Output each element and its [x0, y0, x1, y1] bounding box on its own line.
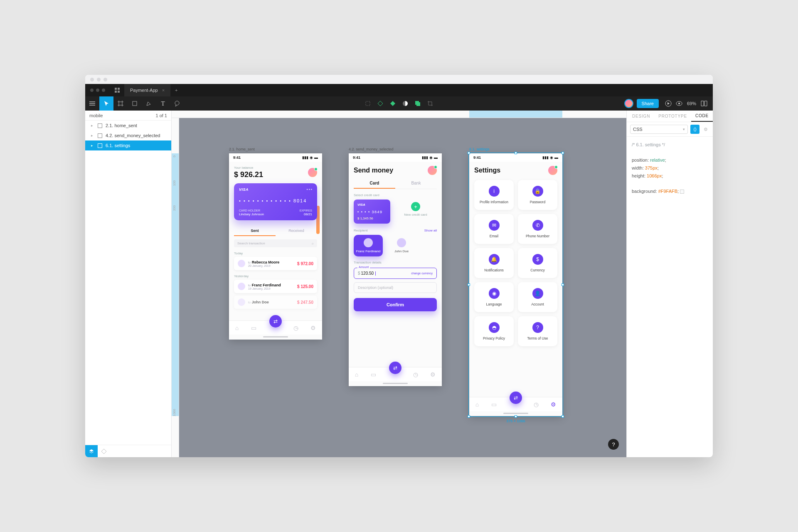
layer-row-selected[interactable]: ▸ 6.1. settings: [85, 140, 171, 150]
share-button[interactable]: Share: [637, 99, 659, 108]
help-button[interactable]: ?: [608, 439, 619, 450]
settings-icon[interactable]: ⚙: [702, 127, 709, 132]
layer-row[interactable]: ▸ 2.1. home_sent: [85, 121, 171, 131]
phone-status-bar: 9:41 ▮▮▮◉▬: [469, 153, 562, 162]
fab-icon[interactable]: ⇄: [510, 392, 522, 404]
nav-settings-icon[interactable]: ⚙: [430, 371, 436, 378]
confirm-button[interactable]: Confirm: [354, 298, 437, 311]
zoom-level[interactable]: 69%: [687, 101, 696, 106]
nav-wallet-icon[interactable]: ▭: [491, 401, 497, 408]
change-currency-link[interactable]: change currency: [411, 272, 433, 275]
traffic-light-close[interactable]: [90, 78, 94, 81]
artboard-label: 4.2. send_money_selected: [349, 147, 394, 151]
close-tab-icon[interactable]: ×: [162, 88, 165, 93]
recipient[interactable]: John Doe: [387, 235, 416, 256]
nav-history-icon[interactable]: ◷: [293, 325, 298, 331]
tab-card[interactable]: Card: [354, 178, 395, 189]
pen-tool-icon[interactable]: [142, 96, 156, 111]
settings-tile-language[interactable]: ◉Language: [474, 282, 514, 312]
tab-prototype[interactable]: PROTOTYPE: [654, 114, 691, 118]
new-card-button[interactable]: + New credit card: [394, 200, 437, 217]
nav-home-icon[interactable]: ⌂: [475, 401, 479, 408]
assets-tab-icon[interactable]: [98, 449, 110, 454]
mini-credit-card[interactable]: VISA • • • • 3849 $ 1,345.56: [354, 200, 390, 224]
document-tab[interactable]: Payment-App ×: [124, 84, 170, 96]
transaction-row[interactable]: toRebecca Moore20 January, 2019 $ 972.00: [234, 257, 317, 270]
text-tool-icon[interactable]: T: [156, 96, 170, 111]
user-avatar[interactable]: [624, 99, 633, 108]
canvas-area[interactable]: 0 100 200 1066 2.1. home_sent 9:41 ▮▮▮◉▬: [172, 111, 626, 457]
recipient-selected[interactable]: Franz Ferdinand: [354, 235, 383, 256]
settings-tile-password[interactable]: 🔒Password: [518, 180, 557, 210]
comment-tool-icon[interactable]: [170, 96, 184, 111]
component-instance-icon[interactable]: [387, 96, 399, 111]
layers-tab-icon[interactable]: [85, 445, 98, 458]
move-tool-icon[interactable]: [99, 96, 113, 111]
tabbar-traffic-dots: [85, 84, 110, 96]
settings-tile-terms[interactable]: ?Terms of Use: [518, 316, 557, 346]
code-prop: background: [632, 189, 656, 194]
settings-tile-notifications[interactable]: 🔔Notifications: [474, 248, 514, 278]
artboard-home[interactable]: 2.1. home_sent 9:41 ▮▮▮◉▬ Your balance: [229, 153, 322, 340]
settings-tile-phone[interactable]: ✆Phone Number: [518, 214, 557, 244]
settings-tile-privacy[interactable]: ◓Privacy Policy: [474, 316, 514, 346]
nav-wallet-icon[interactable]: ▭: [371, 371, 376, 378]
code-lang-select[interactable]: CSS▾: [630, 125, 688, 134]
nav-home-icon[interactable]: ⌂: [235, 325, 239, 331]
tab-design[interactable]: DESIGN: [628, 114, 654, 118]
transaction-row[interactable]: toFranz Ferdinand19 January, 2019 $ 125.…: [234, 280, 317, 293]
edit-object-icon[interactable]: [362, 96, 374, 111]
tx-amount: $ 972.00: [297, 261, 313, 266]
component-create-icon[interactable]: [374, 96, 387, 111]
amount-input[interactable]: Amount $120.50 change currency: [354, 268, 437, 279]
code-output[interactable]: /* 6.1. settings */ position: relative; …: [627, 137, 713, 200]
avatar[interactable]: [548, 166, 557, 175]
boolean-union-icon[interactable]: [411, 96, 424, 111]
credit-card[interactable]: VISA ••• • • • • • • • • • • • • 8014 CA…: [234, 183, 317, 220]
copy-code-icon[interactable]: ⟨⟩: [690, 125, 699, 134]
settings-tile-profile[interactable]: iProfile Information: [474, 180, 514, 210]
avatar[interactable]: [308, 168, 317, 177]
present-icon[interactable]: [663, 100, 674, 107]
tab-code[interactable]: CODE: [691, 111, 713, 122]
search-input[interactable]: Search transaction ⌕: [234, 239, 317, 247]
shape-tool-icon[interactable]: [128, 96, 142, 111]
nav-settings-icon[interactable]: ⚙: [310, 325, 316, 331]
tab-sent[interactable]: Sent: [234, 226, 276, 236]
tab-bank[interactable]: Bank: [395, 178, 437, 189]
show-all-link[interactable]: Show all: [424, 229, 437, 232]
settings-tile-account[interactable]: 👤Account: [518, 282, 557, 312]
traffic-light-max[interactable]: [103, 78, 107, 81]
settings-tile-currency[interactable]: $Currency: [518, 248, 557, 278]
avatar[interactable]: [428, 166, 437, 175]
pages-header[interactable]: mobile 1 of 1: [85, 111, 171, 121]
new-tab-icon[interactable]: +: [170, 84, 182, 96]
nav-wallet-icon[interactable]: ▭: [251, 325, 256, 331]
nav-history-icon[interactable]: ◷: [534, 401, 539, 408]
layer-row[interactable]: ▸ 4.2. send_money_selected: [85, 131, 171, 140]
settings-tile-email[interactable]: ✉Email: [474, 214, 514, 244]
grid-icon[interactable]: [110, 84, 124, 96]
crop-icon[interactable]: [424, 96, 436, 111]
description-input[interactable]: Description (optional): [354, 282, 437, 293]
transaction-row[interactable]: toJohn Doe $ 247.50: [234, 296, 317, 309]
tab-received[interactable]: Received: [276, 226, 317, 236]
fab-icon[interactable]: ⇄: [389, 362, 401, 374]
traffic-light-min[interactable]: [97, 78, 101, 81]
nav-home-icon[interactable]: ⌂: [355, 371, 358, 378]
canvas[interactable]: 2.1. home_sent 9:41 ▮▮▮◉▬ Your balance: [179, 118, 626, 457]
artboard-settings[interactable]: 6.1. settings 9:41 ▮▮▮◉▬ Settings: [469, 153, 562, 416]
nav-history-icon[interactable]: ◷: [413, 371, 418, 378]
fab-icon[interactable]: ⇄: [269, 315, 282, 328]
frame-tool-icon[interactable]: [113, 96, 128, 111]
artboard-send-money[interactable]: 4.2. send_money_selected 9:41 ▮▮▮◉▬ Send…: [349, 153, 442, 386]
menu-icon[interactable]: [85, 96, 99, 111]
help-docs-icon[interactable]: [699, 101, 709, 106]
inspector-tabs: DESIGN PROTOTYPE CODE: [627, 111, 713, 122]
mask-icon[interactable]: [399, 96, 411, 111]
card-menu-icon[interactable]: •••: [307, 187, 313, 192]
nav-settings-icon[interactable]: ⚙: [551, 401, 556, 408]
recipient-name: Franz Ferdinand: [356, 249, 381, 253]
view-icon[interactable]: [674, 101, 685, 106]
tile-label: Password: [530, 200, 545, 204]
